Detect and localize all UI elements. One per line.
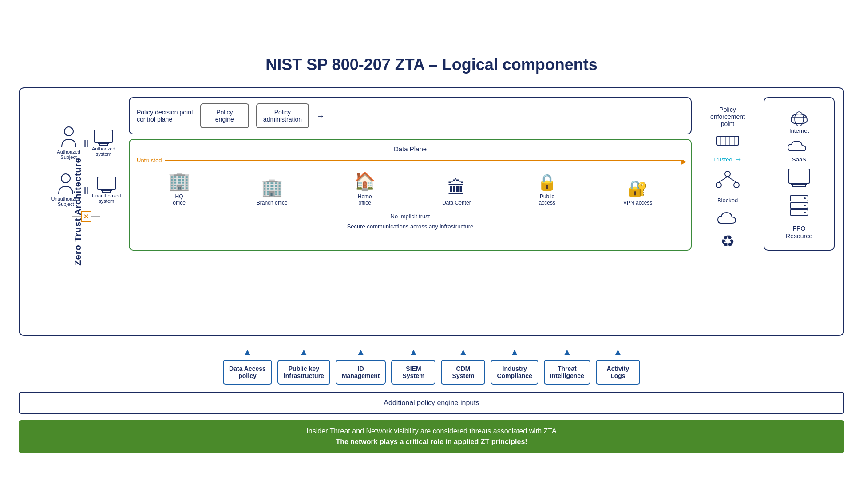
policy-decision-box: Policy decision point control plane Poli…	[129, 97, 692, 134]
blocked-label: Blocked	[717, 197, 738, 204]
arrow-data-access: ▲	[243, 346, 253, 358]
hq-label: HQ office	[173, 193, 185, 206]
input-threat: ▲ ThreatIntelligence	[544, 346, 590, 385]
untrusted-label: Untrusted	[137, 157, 162, 164]
svg-point-14	[716, 182, 721, 188]
inputs-row: ▲ Data Accesspolicy ▲ Public keyinfrastr…	[19, 346, 844, 385]
unauthorized-pair: Unauthorized Subject || Unauthorized sys…	[51, 173, 122, 222]
policy-engine-box: Policy engine	[200, 103, 249, 128]
arrow-cdm: ▲	[459, 346, 468, 358]
arrow-activity: ▲	[613, 346, 623, 358]
resource-monitor	[787, 167, 812, 189]
svg-line-16	[719, 177, 728, 182]
main-title: NIST SP 800-207 ZTA – Logical components	[19, 51, 844, 79]
svg-rect-8	[717, 136, 739, 145]
diagram-box: Zero Trust Architecture Authorized Subje…	[19, 87, 844, 336]
secure-comm-text: Secure communications across any infrast…	[137, 223, 684, 230]
arrow-siem: ▲	[409, 346, 419, 358]
subjects-col: Authorized Subject || Authorized system	[51, 97, 122, 251]
building-home: 🏠 Home office	[354, 171, 376, 206]
switch-icon	[714, 132, 741, 150]
cloud-icon-pep	[714, 209, 741, 227]
data-plane-title: Data Plane	[137, 145, 684, 153]
building-vpn: 🔐 VPN access	[623, 179, 652, 206]
input-box-cdm: CDMSystem	[441, 360, 485, 385]
arrow-industry: ▲	[510, 346, 519, 358]
input-box-activity: ActivityLogs	[596, 360, 640, 385]
input-box-siem: SIEMSystem	[391, 360, 435, 385]
building-public: 🔒 Public access	[537, 173, 557, 206]
insider-threat-bold: The network plays a critical role in app…	[26, 438, 837, 446]
internet-label: Internet	[789, 127, 809, 134]
input-box-id-mgmt: IDManagement	[336, 360, 386, 385]
trusted-label: Trusted →	[713, 155, 742, 164]
svg-rect-21	[788, 169, 810, 183]
unauthorized-system-icon: Unauthorized system	[92, 176, 121, 204]
branch-label: Branch office	[257, 200, 288, 206]
saas-label: SaaS	[792, 156, 806, 163]
svg-point-15	[734, 182, 739, 188]
zta-label: Zero Trust Architecture	[73, 158, 83, 265]
svg-rect-1	[94, 130, 113, 142]
input-public-key: ▲ Public keyinfrastructure	[277, 346, 330, 385]
svg-rect-5	[97, 177, 116, 189]
authorized-pair: Authorized Subject || Authorized system	[51, 126, 122, 160]
vpn-label: VPN access	[623, 200, 652, 206]
additional-box: Additional policy engine inputs	[19, 392, 844, 414]
svg-line-17	[728, 177, 736, 182]
pep-label: Policy enforcement point	[710, 106, 745, 127]
resource-saas: SaaS	[786, 138, 812, 163]
resources-col: Internet SaaS	[764, 97, 835, 251]
arrow-id-mgmt: ▲	[356, 346, 366, 358]
input-activity: ▲ ActivityLogs	[596, 346, 640, 385]
input-industry: ▲ IndustryCompliance	[491, 346, 538, 385]
building-hq: 🏢 HQ office	[168, 171, 190, 206]
recycling-icon: ♻	[720, 232, 735, 251]
arrow-threat: ▲	[562, 346, 572, 358]
svg-point-28	[804, 197, 806, 199]
diagram-inner: Authorized Subject || Authorized system	[51, 97, 835, 251]
input-cdm: ▲ CDMSystem	[441, 346, 485, 385]
input-box-public-key: Public keyinfrastructure	[277, 360, 330, 385]
datacenter-label: Data Center	[442, 200, 471, 206]
svg-point-4	[61, 174, 70, 183]
input-box-threat: ThreatIntelligence	[544, 360, 590, 385]
center-left-area: Policy decision point control plane Poli…	[129, 97, 692, 251]
outer-container: NIST SP 800-207 ZTA – Logical components…	[10, 42, 853, 462]
policy-admin-box: Policy administration	[256, 103, 309, 128]
untrusted-row: Untrusted ▶	[137, 157, 684, 164]
svg-point-0	[64, 127, 73, 136]
network-icons: Trusted → Blocked	[713, 132, 742, 251]
input-box-data-access: Data Accesspolicy	[223, 360, 272, 385]
input-id-mgmt: ▲ IDManagement	[336, 346, 386, 385]
resource-server	[788, 194, 810, 220]
input-siem: ▲ SIEMSystem	[391, 346, 435, 385]
authorized-row: Authorized Subject || Authorized system	[57, 126, 115, 160]
public-label: Public access	[539, 193, 555, 206]
pdp-arrow: →	[316, 111, 325, 121]
authorized-system-icon: Authorized system	[92, 129, 115, 157]
unauthorized-row: Unauthorized Subject || Unauthorized sys…	[51, 173, 121, 207]
insider-threat-box: Insider Threat and Network visibility ar…	[19, 420, 844, 453]
home-label: Home office	[358, 193, 372, 206]
input-data-access: ▲ Data Accesspolicy	[223, 346, 272, 385]
svg-point-29	[804, 205, 806, 206]
data-plane-box: Data Plane Untrusted ▶ 🏢 HQ office	[129, 139, 692, 251]
svg-point-13	[725, 171, 730, 177]
no-trust-text: No implicit trust	[137, 213, 684, 220]
mesh-icon	[714, 169, 741, 192]
insider-threat-text: Insider Threat and Network visibility ar…	[26, 427, 837, 435]
arrow-public-key: ▲	[299, 346, 309, 358]
input-box-industry: IndustryCompliance	[491, 360, 538, 385]
pep-col: Policy enforcement point Trusted →	[699, 97, 756, 251]
building-datacenter: 🏛 Data Center	[442, 178, 471, 206]
svg-point-30	[804, 212, 806, 213]
fpo-resource-label: FPO Resource	[786, 225, 812, 240]
building-branch: 🏢 Branch office	[257, 177, 288, 206]
authorized-subject-icon: Authorized Subject	[57, 126, 80, 160]
resource-internet: Internet	[787, 108, 812, 134]
buildings-row: 🏢 HQ office 🏢 Branch office 🏠 Home offic…	[137, 167, 684, 209]
untrusted-line: ▶	[165, 160, 684, 161]
pdp-label: Policy decision point control plane	[137, 109, 193, 123]
